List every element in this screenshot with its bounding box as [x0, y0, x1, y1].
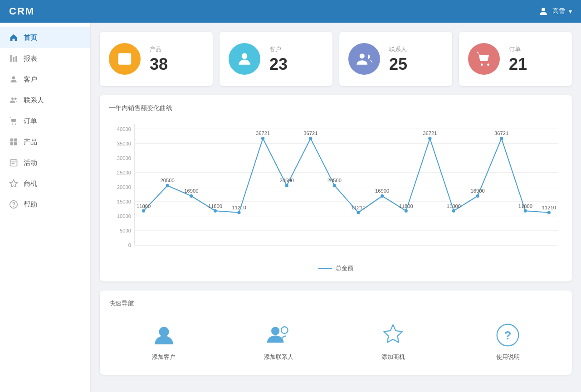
sidebar-item-home[interactable]: 首页	[0, 27, 90, 48]
contact-stat-info: 联系人 25	[389, 45, 407, 73]
contact-stat-icon	[348, 43, 380, 75]
main-layout: 首页 报表 客户 联系人	[0, 23, 581, 392]
sidebar-label-report: 报表	[24, 54, 37, 63]
svg-point-84	[547, 211, 551, 214]
quick-nav-add-contact-label: 添加联系人	[264, 353, 293, 361]
product-stat-icon	[109, 43, 141, 75]
svg-rect-3	[15, 56, 17, 62]
help-manual-icon: ?	[494, 321, 522, 348]
svg-marker-19	[10, 180, 18, 187]
svg-point-67	[142, 209, 145, 213]
svg-point-6	[15, 97, 17, 100]
customer-stat-icon	[229, 43, 260, 75]
svg-text:16900: 16900	[184, 188, 198, 194]
add-contact-svg	[266, 323, 291, 348]
help-manual-svg: ?	[495, 323, 520, 348]
sidebar-label-order: 订单	[24, 117, 37, 126]
svg-rect-9	[10, 139, 14, 142]
contact-icon	[9, 96, 18, 105]
svg-text:11800: 11800	[137, 203, 151, 208]
sidebar-item-help[interactable]: 帮助	[0, 194, 90, 215]
order-stat-info: 订单 21	[509, 45, 527, 73]
svg-text:16900: 16900	[375, 188, 389, 194]
order-stat-value: 21	[509, 56, 527, 73]
chart-title: 一年内销售额变化曲线	[109, 104, 563, 112]
svg-text:36721: 36721	[256, 131, 270, 136]
svg-point-8	[15, 123, 16, 125]
svg-point-71	[237, 211, 240, 214]
quick-nav-help-manual-label: 使用说明	[496, 353, 520, 361]
svg-point-80	[452, 209, 455, 213]
svg-point-83	[524, 209, 527, 213]
svg-rect-2	[13, 57, 14, 62]
svg-text:11800: 11800	[399, 203, 413, 208]
product-icon	[9, 137, 18, 146]
sidebar-label-activity: 活动	[24, 159, 37, 167]
svg-text:?: ?	[504, 329, 512, 341]
svg-point-87	[281, 327, 288, 334]
user-avatar-icon	[538, 6, 549, 17]
svg-point-78	[405, 209, 408, 213]
svg-point-69	[190, 194, 193, 198]
sidebar-item-opportunity[interactable]: 商机	[0, 173, 90, 194]
sidebar-item-report[interactable]: 报表	[0, 48, 90, 69]
sidebar-label-customer: 客户	[24, 75, 37, 84]
add-contact-icon	[265, 321, 292, 348]
svg-marker-88	[384, 324, 402, 342]
stat-card-order: 订单 21	[459, 32, 572, 86]
svg-text:36721: 36721	[423, 131, 437, 136]
svg-text:11800: 11800	[447, 203, 461, 208]
svg-text:30000: 30000	[117, 155, 131, 161]
svg-point-74	[309, 137, 312, 140]
activity-icon	[9, 158, 18, 167]
quick-nav-add-contact[interactable]: 添加联系人	[224, 317, 334, 366]
svg-point-81	[476, 194, 479, 198]
svg-text:5000: 5000	[120, 228, 131, 233]
svg-point-82	[500, 137, 503, 140]
home-icon	[9, 33, 18, 42]
svg-text:0: 0	[128, 242, 131, 248]
stat-card-customer: 客户 23	[220, 32, 332, 86]
svg-point-27	[360, 53, 365, 58]
quick-nav-add-opportunity[interactable]: 添加商机	[338, 317, 449, 366]
sidebar-item-product[interactable]: 产品	[0, 131, 90, 152]
product-stat-label: 产品	[150, 45, 168, 53]
dropdown-arrow: ▾	[569, 8, 572, 15]
sidebar-item-customer[interactable]: 客户	[0, 69, 90, 90]
svg-text:10000: 10000	[117, 213, 131, 219]
quick-nav-add-customer[interactable]: 添加客户	[109, 317, 219, 366]
sidebar: 首页 报表 客户 联系人	[0, 23, 91, 392]
svg-point-28	[481, 63, 483, 66]
stat-card-product: 产品 38	[100, 32, 213, 86]
svg-text:36721: 36721	[303, 131, 317, 136]
svg-point-73	[285, 184, 288, 187]
chart-container: 0 5000 10000 15000 20000 25000 30000 350…	[109, 119, 563, 260]
sidebar-label-opportunity: 商机	[24, 179, 37, 188]
svg-point-86	[271, 327, 279, 335]
svg-text:15000: 15000	[117, 199, 131, 204]
main-content: 产品 38 客户 23	[91, 23, 581, 392]
svg-rect-17	[12, 163, 13, 165]
svg-text:25000: 25000	[117, 170, 131, 175]
username: 高雪	[552, 7, 565, 15]
sidebar-item-contact[interactable]: 联系人	[0, 90, 90, 111]
product-stat-info: 产品 38	[150, 45, 168, 73]
svg-text:11210: 11210	[232, 205, 246, 210]
customer-stat-svg	[236, 50, 253, 68]
sidebar-item-activity[interactable]: 活动	[0, 152, 90, 173]
contact-stat-svg	[356, 50, 373, 68]
svg-point-29	[487, 63, 489, 66]
sidebar-item-order[interactable]: 订单	[0, 111, 90, 131]
svg-rect-11	[10, 142, 14, 145]
svg-text:20500: 20500	[327, 178, 342, 183]
contact-stat-label: 联系人	[389, 45, 407, 53]
svg-rect-13	[10, 160, 17, 166]
order-stat-label: 订单	[509, 45, 527, 53]
svg-point-4	[12, 76, 15, 79]
quick-nav-grid: 添加客户 添加联系人	[109, 317, 563, 366]
sidebar-label-contact: 联系人	[24, 96, 44, 105]
chart-legend: 总金额	[109, 264, 563, 272]
quick-nav-help-manual[interactable]: ? 使用说明	[453, 317, 563, 366]
user-menu[interactable]: 高雪 ▾	[538, 6, 572, 17]
quick-nav-add-customer-label: 添加客户	[152, 353, 176, 361]
